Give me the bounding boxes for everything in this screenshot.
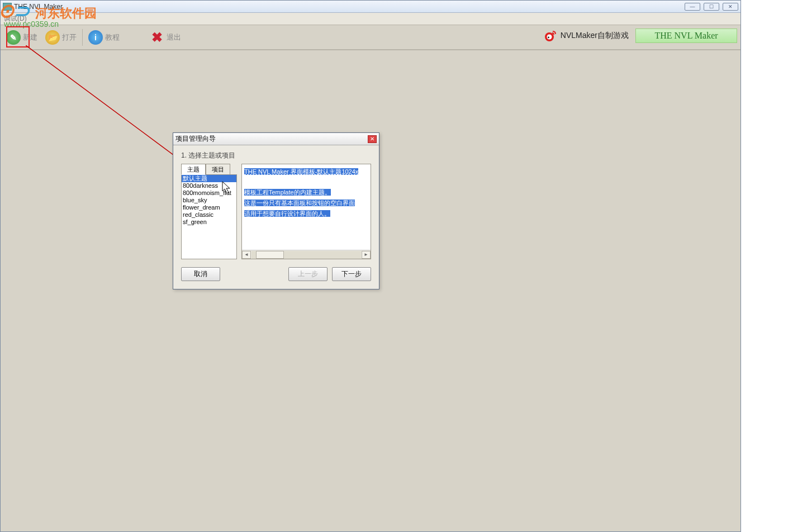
window-title: THE NVL Maker xyxy=(14,3,63,11)
maximize-button[interactable]: ☐ xyxy=(704,3,719,11)
toolbar-separator xyxy=(82,29,83,46)
list-item[interactable]: 800momoism_flat xyxy=(182,189,236,197)
desc-line: 模板工程Template的内建主题。 xyxy=(244,189,331,196)
menu-debug[interactable]: 调试(D) xyxy=(4,14,27,23)
menubar: 调试(D) xyxy=(1,13,740,25)
list-item[interactable]: red_classic xyxy=(182,211,236,218)
tab-project[interactable]: 项目 xyxy=(206,164,230,175)
weibo-text: NVLMaker自制游戏 xyxy=(561,31,629,41)
brand-banner: THE NVL Maker xyxy=(635,28,737,43)
tutorial-icon: i xyxy=(88,30,103,45)
app-icon xyxy=(3,3,12,11)
desc-line: 这是一份只有基本面板和按钮的空白界面 xyxy=(244,200,355,206)
svg-point-2 xyxy=(548,37,549,39)
minimize-button[interactable]: — xyxy=(685,3,700,11)
open-button[interactable]: 📂 打开 xyxy=(45,30,77,45)
description-box: THE NVL Maker 界面模板-默认主题1024x 模板工程Templat… xyxy=(241,164,371,259)
tutorial-button[interactable]: i 教程 xyxy=(88,30,120,45)
scroll-thumb[interactable] xyxy=(256,251,284,259)
horizontal-scrollbar[interactable]: ◄ ► xyxy=(242,250,371,259)
weibo-icon xyxy=(544,29,557,42)
scroll-right-button[interactable]: ► xyxy=(362,251,371,259)
list-item[interactable]: sf_green xyxy=(182,218,236,226)
scroll-left-button[interactable]: ◄ xyxy=(242,251,251,259)
list-item[interactable]: flower_dream xyxy=(182,204,236,211)
new-label: 新建 xyxy=(23,32,37,42)
dialog-titlebar: 项目管理向导 ✕ xyxy=(173,133,379,145)
list-item[interactable]: 800darkness xyxy=(182,182,236,189)
new-button[interactable]: ✎ 新建 xyxy=(6,30,37,45)
weibo-link[interactable]: NVLMaker自制游戏 xyxy=(544,29,629,42)
desc-line: THE NVL Maker 界面模板-默认主题1024x xyxy=(244,168,358,175)
theme-listbox[interactable]: 默认主题 800darkness 800momoism_flat blue_sk… xyxy=(181,174,237,259)
dialog-step-label: 1. 选择主题或项目 xyxy=(181,151,371,160)
exit-label: 退出 xyxy=(167,32,181,42)
next-button[interactable]: 下一步 xyxy=(332,267,371,281)
tab-theme[interactable]: 主题 xyxy=(181,164,206,175)
prev-button[interactable]: 上一步 xyxy=(288,267,327,281)
close-button[interactable]: ✕ xyxy=(723,3,738,11)
exit-icon: ✖ xyxy=(150,30,164,45)
dialog-close-button[interactable]: ✕ xyxy=(368,135,377,143)
desc-line: 适用于想要自行设计界面的人。 xyxy=(244,210,330,217)
cancel-button[interactable]: 取消 xyxy=(181,267,220,281)
open-icon: 📂 xyxy=(45,30,60,45)
exit-button[interactable]: ✖ 退出 xyxy=(150,30,181,45)
titlebar: THE NVL Maker — ☐ ✕ xyxy=(1,1,740,13)
list-item[interactable]: blue_sky xyxy=(182,197,236,204)
tutorial-label: 教程 xyxy=(105,32,120,42)
svg-point-1 xyxy=(547,35,552,40)
new-icon: ✎ xyxy=(6,30,21,45)
list-item[interactable]: 默认主题 xyxy=(182,175,236,182)
open-label: 打开 xyxy=(62,32,77,42)
project-wizard-dialog: 项目管理向导 ✕ 1. 选择主题或项目 主题 项目 默认主题 800darkne… xyxy=(173,132,379,289)
dialog-title: 项目管理向导 xyxy=(175,134,216,144)
toolbar: ✎ 新建 📂 打开 i 教程 ✖ 退出 xyxy=(1,25,740,50)
